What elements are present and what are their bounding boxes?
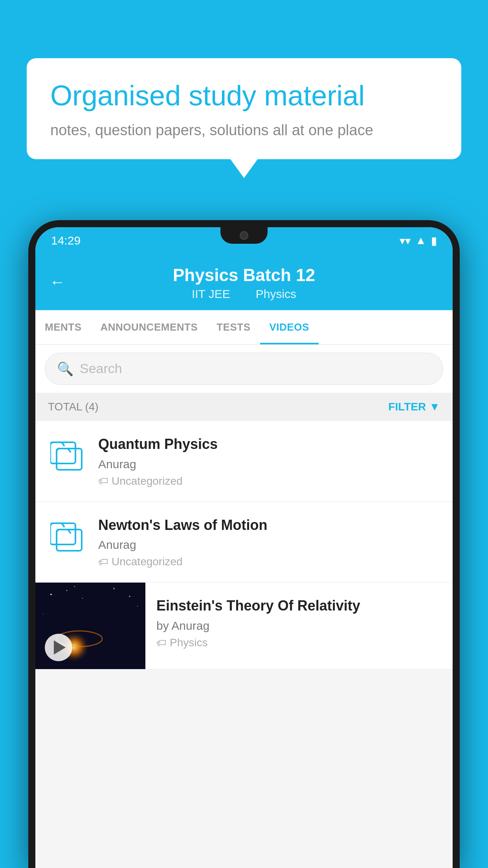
svg-rect-1 — [57, 449, 82, 470]
svg-point-10 — [137, 606, 138, 607]
svg-point-11 — [43, 614, 44, 614]
video-title-1: Quantum Physics — [98, 435, 440, 454]
signal-icon: ▲ — [415, 234, 426, 247]
svg-point-7 — [82, 598, 83, 599]
video-tag-1: 🏷 Uncategorized — [98, 475, 440, 487]
folder-icon — [50, 437, 85, 471]
video-info-1: Quantum Physics Anurag 🏷 Uncategorized — [98, 435, 440, 487]
filter-button[interactable]: FILTER ▼ — [388, 401, 440, 413]
tag-icon-1: 🏷 — [98, 475, 108, 487]
video-thumbnail-2 — [48, 516, 87, 552]
video-info-3: Einstein's Theory Of Relativity by Anura… — [145, 583, 453, 663]
tab-tests[interactable]: TESTS — [207, 310, 260, 344]
speech-bubble: Organised study material notes, question… — [27, 58, 461, 159]
list-item[interactable]: Einstein's Theory Of Relativity by Anura… — [35, 583, 453, 669]
notch-camera — [240, 231, 248, 240]
search-icon: 🔍 — [57, 361, 73, 377]
filter-label: FILTER — [388, 401, 426, 413]
play-triangle-icon — [54, 640, 66, 655]
tab-bar: MENTS ANNOUNCEMENTS TESTS VIDEOS — [35, 310, 453, 345]
svg-rect-0 — [50, 442, 75, 463]
header-subtitle-part1: IIT JEE — [192, 287, 230, 300]
tab-ments[interactable]: MENTS — [35, 310, 91, 344]
svg-point-6 — [66, 590, 68, 591]
video-author-1: Anurag — [98, 458, 440, 471]
svg-rect-3 — [57, 530, 82, 551]
list-item[interactable]: Quantum Physics Anurag 🏷 Uncategorized — [35, 421, 453, 502]
video-title-3: Einstein's Theory Of Relativity — [156, 597, 442, 615]
search-bar[interactable]: 🔍 Search — [45, 353, 443, 385]
header-title: Physics Batch 12 — [173, 265, 315, 286]
header-subtitle-part2: Physics — [256, 287, 296, 300]
video-tag-2: 🏷 Uncategorized — [98, 555, 440, 568]
tag-icon-2: 🏷 — [98, 556, 108, 568]
tab-videos[interactable]: VIDEOS — [260, 310, 319, 344]
svg-point-12 — [74, 586, 75, 587]
total-count: TOTAL (4) — [48, 401, 99, 413]
phone-shell: 14:29 ▾▾ ▲ ▮ ← Physics Batch 12 IIT JEE … — [28, 220, 460, 868]
battery-icon: ▮ — [431, 234, 437, 247]
video-info-2: Newton's Laws of Motion Anurag 🏷 Uncateg… — [98, 516, 440, 568]
search-container: 🔍 Search — [35, 345, 453, 393]
tag-icon-3: 🏷 — [156, 637, 167, 649]
filter-funnel-icon: ▼ — [429, 401, 440, 413]
wifi-icon: ▾▾ — [400, 234, 411, 247]
svg-point-9 — [129, 596, 130, 597]
header-subtitle: IIT JEE Physics — [188, 287, 300, 301]
svg-point-8 — [113, 588, 115, 589]
folder-icon — [50, 518, 85, 552]
video-tag-3: 🏷 Physics — [156, 636, 442, 649]
phone-screen: 14:29 ▾▾ ▲ ▮ ← Physics Batch 12 IIT JEE … — [35, 227, 453, 868]
status-time: 14:29 — [51, 234, 81, 247]
video-thumbnail-1 — [48, 435, 87, 471]
video-title-2: Newton's Laws of Motion — [98, 516, 440, 535]
svg-rect-2 — [50, 523, 75, 544]
notch — [220, 227, 268, 244]
back-button[interactable]: ← — [50, 273, 65, 291]
search-placeholder: Search — [80, 361, 122, 376]
header-subtitle-separator — [241, 287, 248, 300]
status-bar: 14:29 ▾▾ ▲ ▮ — [35, 227, 453, 254]
video-author-2: Anurag — [98, 538, 440, 552]
video-thumbnail-3 — [35, 583, 145, 669]
list-item[interactable]: Newton's Laws of Motion Anurag 🏷 Uncateg… — [35, 502, 453, 583]
speech-bubble-container: Organised study material notes, question… — [27, 58, 461, 159]
video-author-3: by Anurag — [156, 619, 442, 633]
status-icons: ▾▾ ▲ ▮ — [400, 234, 437, 247]
speech-bubble-title: Organised study material — [50, 79, 438, 112]
speech-bubble-subtitle: notes, question papers, solutions all at… — [50, 122, 438, 139]
filter-bar: TOTAL (4) FILTER ▼ — [35, 393, 453, 421]
app-header: ← Physics Batch 12 IIT JEE Physics — [35, 254, 453, 310]
play-button[interactable] — [45, 634, 72, 661]
tab-announcements[interactable]: ANNOUNCEMENTS — [91, 310, 207, 344]
svg-point-5 — [50, 594, 52, 595]
video-list: Quantum Physics Anurag 🏷 Uncategorized — [35, 421, 453, 670]
